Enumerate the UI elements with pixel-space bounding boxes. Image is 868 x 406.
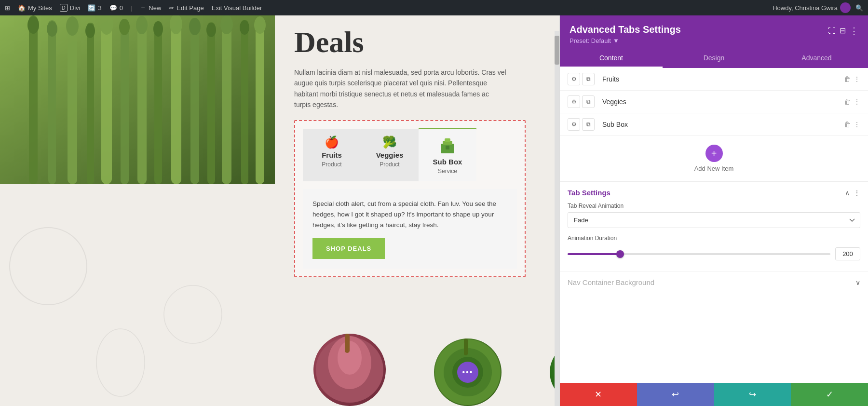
hero-image-area: [0, 15, 275, 406]
list-item: ⚙ ⧉ Sub Box 🗑 ⋮: [560, 113, 868, 136]
duplicate-icon-fruits[interactable]: ⧉: [582, 73, 595, 85]
tab-settings-section: Tab Settings ∧ ⋮ Tab Reveal Animation Fa…: [560, 182, 868, 271]
delete-icon-subbox[interactable]: 🗑: [844, 121, 851, 128]
svg-point-22: [206, 23, 216, 37]
expand-nav-container-button[interactable]: ∨: [855, 279, 860, 286]
tab-settings-more-button[interactable]: ⋮: [854, 189, 860, 197]
user-greeting[interactable]: Howdy, Christina Gwira: [773, 2, 851, 13]
tab-advanced[interactable]: Advanced: [765, 49, 868, 68]
asparagus-image: [0, 15, 275, 184]
collapse-tab-settings-button[interactable]: ∧: [845, 189, 850, 197]
tab-veggies[interactable]: 🥦 Veggies Product: [361, 129, 419, 181]
tab-subbox[interactable]: Sub Box Service: [419, 129, 476, 181]
animation-select[interactable]: Fade Slide None: [568, 212, 860, 228]
preset-chevron-icon: ▼: [613, 37, 619, 44]
cancel-button[interactable]: ✕: [560, 383, 637, 406]
tab-subbox-label: Sub Box: [433, 158, 462, 166]
settings-icon-fruits[interactable]: ⚙: [568, 73, 580, 85]
sidebar-footer: ✕ ↩ ↪ ✓: [560, 383, 868, 406]
preset-selector[interactable]: Preset: Default ▼: [570, 37, 858, 44]
divi-menu[interactable]: D Divi: [60, 4, 81, 12]
search-icon: 🔍: [855, 4, 863, 12]
svg-rect-25: [241, 20, 248, 184]
comments-icon: 💬: [109, 4, 117, 12]
sidebar-tab-navigation: Content Design Advanced: [560, 49, 868, 68]
duplicate-icon-subbox[interactable]: ⧉: [582, 118, 595, 131]
svg-point-26: [240, 20, 249, 35]
svg-point-12: [119, 19, 130, 35]
edit-page-link[interactable]: ✏ Edit Page: [169, 4, 203, 12]
tab-fruits[interactable]: 🍎 Fruits Product: [303, 129, 361, 181]
duration-slider-thumb[interactable]: [616, 250, 624, 258]
page-right-content: Deals Nullam lacinia diam at nisl malesu…: [275, 15, 559, 406]
cancel-icon: ✕: [595, 389, 602, 400]
duration-slider-track[interactable]: [568, 253, 830, 255]
page-scrollbar[interactable]: [555, 31, 559, 406]
delete-icon-veggies[interactable]: 🗑: [844, 98, 851, 106]
split-view-button[interactable]: ⊟: [840, 26, 846, 36]
add-new-label: Add New Item: [694, 165, 734, 172]
my-sites-icon: 🏠: [18, 4, 26, 12]
svg-rect-7: [87, 23, 94, 184]
svg-rect-39: [345, 334, 350, 353]
settings-icon-veggies[interactable]: ⚙: [568, 95, 580, 108]
tab-subbox-sublabel: Service: [438, 168, 457, 175]
svg-point-31: [96, 329, 145, 396]
animation-field: Tab Reveal Animation Fade Slide None: [568, 203, 860, 235]
settings-icon-subbox[interactable]: ⚙: [568, 118, 580, 131]
svg-rect-21: [207, 22, 215, 184]
page-description: Nullam lacinia diam at nisl malesuada, s…: [294, 67, 506, 110]
duration-value-input[interactable]: [835, 247, 860, 260]
tab-veggies-label: Veggies: [376, 151, 404, 159]
more-icon-fruits[interactable]: ⋮: [854, 75, 860, 83]
floating-action-button[interactable]: •••: [457, 362, 478, 383]
item-name-subbox: Sub Box: [598, 121, 840, 128]
save-button[interactable]: ✓: [791, 383, 868, 406]
tab-settings-header: Tab Settings ∧ ⋮: [568, 189, 860, 197]
updates-menu[interactable]: 🔄 3: [88, 4, 101, 12]
tab-fruits-sublabel: Product: [322, 161, 341, 168]
new-menu[interactable]: ＋ New: [140, 3, 161, 12]
svg-rect-19: [190, 18, 199, 184]
duration-slider-wrapper: [568, 247, 860, 260]
duplicate-icon-veggies[interactable]: ⧉: [582, 95, 595, 108]
svg-rect-15: [154, 21, 162, 184]
tabs-module: 🍎 Fruits Product 🥦 Veggies Product: [294, 120, 526, 278]
svg-point-2: [27, 16, 39, 34]
add-new-item-button[interactable]: + Add New Item: [560, 136, 868, 181]
svg-rect-35: [446, 146, 449, 149]
shop-deals-button[interactable]: SHOP DEALS: [312, 238, 385, 259]
more-options-button[interactable]: ⋮: [850, 26, 858, 36]
exit-builder-link[interactable]: Exit Visual Builder: [212, 4, 262, 12]
duration-field: Animation Duration: [568, 235, 860, 260]
add-circle-icon: +: [705, 145, 723, 162]
sidebar-header: Advanced Tabs Settings ⛶ ⊟ ⋮ Preset: Def…: [560, 15, 868, 49]
delete-icon-fruits[interactable]: 🗑: [844, 75, 851, 83]
subbox-icon: [435, 135, 460, 156]
updates-icon: 🔄: [88, 4, 95, 12]
redo-button[interactable]: ↪: [714, 383, 791, 406]
search-button[interactable]: 🔍: [855, 4, 863, 12]
tab-content[interactable]: Content: [560, 49, 663, 68]
wordpress-logo[interactable]: ⊞: [5, 4, 10, 12]
undo-button[interactable]: ↩: [637, 383, 714, 406]
more-icon-veggies[interactable]: ⋮: [854, 98, 860, 106]
svg-rect-11: [121, 19, 129, 184]
duration-slider-fill: [568, 253, 620, 255]
save-icon: ✓: [826, 389, 833, 400]
tab-design[interactable]: Design: [663, 49, 765, 68]
svg-point-6: [66, 16, 79, 36]
comments-menu[interactable]: 💬 0: [109, 4, 123, 12]
nav-container-section: Nav Container Background ∨: [560, 271, 868, 293]
fullscreen-button[interactable]: ⛶: [828, 26, 836, 36]
tab-fruits-label: Fruits: [322, 151, 342, 159]
item-icons-subbox: ⚙ ⧉: [568, 118, 595, 131]
svg-point-4: [47, 21, 57, 37]
svg-rect-34: [445, 138, 450, 142]
svg-point-8: [85, 24, 95, 38]
more-icon-subbox[interactable]: ⋮: [854, 121, 860, 128]
item-actions-subbox: 🗑 ⋮: [844, 121, 860, 128]
my-sites-menu[interactable]: 🏠 My Sites: [18, 4, 52, 12]
item-icons-fruits: ⚙ ⧉: [568, 73, 595, 85]
list-item: ⚙ ⧉ Veggies 🗑 ⋮: [560, 91, 868, 113]
